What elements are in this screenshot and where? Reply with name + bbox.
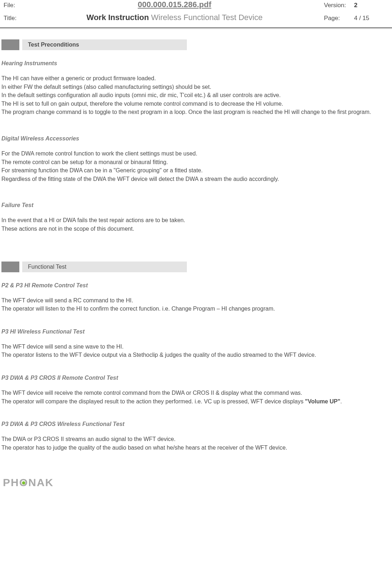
version-label: Version: [324, 2, 349, 9]
document-page: File: 000.000.015.286.pdf Version: 2 Tit… [0, 0, 392, 503]
section-square-icon [1, 39, 19, 50]
subtitle-p2p3-rc: P2 & P3 HI Remote Control Test [1, 282, 391, 289]
page-label: Page: [324, 15, 349, 22]
para: These actions are not in the scope of th… [1, 225, 391, 233]
para-text: . [340, 398, 342, 404]
para-text: The operator will compare the displayed … [1, 398, 305, 404]
subtitle-failure-test: Failure Test [1, 202, 391, 208]
subtitle-p3-dwa-rc: P3 DWA & P3 CROS II Remote Control Test [1, 375, 391, 381]
section-square-icon [1, 262, 19, 272]
document-body: Test Preconditions Hearing Instruments T… [0, 39, 392, 489]
document-header: File: 000.000.015.286.pdf Version: 2 Tit… [0, 0, 392, 22]
para: In the event that a HI or DWA fails the … [1, 216, 391, 224]
logo-part1: PH [3, 476, 19, 488]
logo-o: O [19, 476, 28, 489]
subtitle-hearing-instruments: Hearing Instruments [1, 60, 391, 67]
para: The WFT device will send a RC command to… [1, 297, 391, 305]
para: The WFT device will send a sine wave to … [1, 343, 391, 351]
subtitle-p3-dwa-wft: P3 DWA & P3 CROS Wireless Functional Tes… [1, 421, 391, 427]
section-bar-preconditions: Test Preconditions [1, 39, 391, 50]
para: The operator listens to the WFT device o… [1, 351, 391, 359]
page-value: 4 / 15 [354, 15, 369, 22]
block-p3-dwa-wft: P3 DWA & P3 CROS Wireless Functional Tes… [1, 421, 391, 451]
block-digital-wireless: Digital Wireless Accessories For the DWA… [1, 135, 391, 183]
subtitle-digital-wireless: Digital Wireless Accessories [1, 135, 391, 142]
block-failure-test: Failure Test In the event that a HI or D… [1, 202, 391, 233]
para: For streaming function the DWA can be in… [1, 167, 391, 174]
section-bar-label: Functional Test [22, 262, 187, 272]
block-hearing-instruments: Hearing Instruments The HI can have eith… [1, 60, 391, 116]
para: The operator will listen to the HI to co… [1, 305, 391, 313]
header-row-file: File: 000.000.015.286.pdf Version: 2 [0, 0, 392, 9]
logo-text: PHONAK [3, 476, 54, 489]
footer-logo: PHONAK [1, 476, 391, 489]
logo-dot-icon [22, 481, 25, 484]
version-value: 2 [354, 2, 357, 9]
title-value-container: Work Instruction Wireless Functional Tes… [25, 13, 324, 22]
para: The operator has to judge the quality of… [1, 444, 391, 452]
logo-part2: NAK [28, 476, 54, 488]
subtitle-p3-wft: P3 HI Wireless Functional Test [1, 329, 391, 335]
para: Regardless of the fitting state of the D… [1, 175, 391, 183]
para: For the DWA remote control function to w… [1, 150, 391, 158]
para: In either FW the default settings (also … [1, 83, 391, 91]
header-row-title: Title: Work Instruction Wireless Functio… [0, 13, 392, 22]
block-p2p3-rc: P2 & P3 HI Remote Control Test The WFT d… [1, 282, 391, 313]
para-bold: "Volume UP" [305, 398, 340, 404]
file-link[interactable]: 000.000.015.286.pdf [138, 0, 211, 9]
title-bold: Work Instruction [87, 13, 149, 22]
section-bar-label: Test Preconditions [22, 39, 187, 50]
para: The remote control can be setup for a mo… [1, 158, 391, 166]
title-rest: Wireless Functional Test Device [149, 13, 263, 22]
para: The WFT device will receive the remote c… [1, 389, 391, 397]
file-value-container: 000.000.015.286.pdf [25, 0, 324, 9]
para: The HI is set to full on gain output, th… [1, 100, 391, 108]
para: The DWA or P3 CROS II streams an audio s… [1, 435, 391, 443]
page-cell: Page: 4 / 15 [324, 15, 388, 22]
title-label: Title: [4, 15, 25, 22]
section-bar-functional: Functional Test [1, 262, 391, 272]
file-label: File: [4, 2, 25, 9]
header-divider [0, 27, 392, 29]
para: The program change command is to toggle … [1, 108, 391, 116]
para: The HI can have either a generic or prod… [1, 75, 391, 82]
block-p3-dwa-rc: P3 DWA & P3 CROS II Remote Control Test … [1, 375, 391, 405]
para: The operator will compare the displayed … [1, 398, 391, 406]
version-cell: Version: 2 [324, 2, 388, 9]
block-p3-wft: P3 HI Wireless Functional Test The WFT d… [1, 329, 391, 359]
para: In the default settings configuration al… [1, 91, 391, 99]
